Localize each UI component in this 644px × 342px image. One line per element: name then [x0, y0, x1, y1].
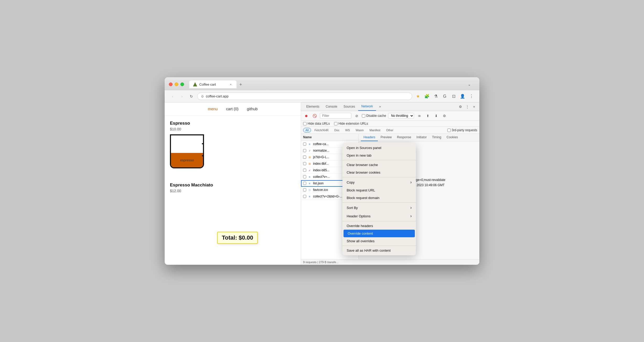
reload-button[interactable]: ↻	[188, 93, 195, 100]
product-price-2: $12.00	[170, 189, 296, 193]
devtools-settings-icon[interactable]: ⚙	[457, 103, 464, 110]
network-toolbar: ⏺ 🚫 ⊘ Disable cache No throttling ≋ ⬆ ⬇ …	[301, 111, 479, 121]
doc-icon: ≡	[308, 142, 312, 146]
menu-item-open-sources[interactable]: Open in Sources panel	[342, 144, 416, 152]
menu-nav-link[interactable]: menu	[208, 107, 218, 111]
cart-nav-link[interactable]: cart (0)	[226, 107, 239, 111]
menu-item-block-domain[interactable]: Block request domain	[342, 194, 416, 202]
github-nav-link[interactable]: github	[247, 107, 258, 111]
filter-ws[interactable]: WS	[343, 128, 352, 133]
filter-wasm[interactable]: Wasm	[353, 128, 366, 133]
tab-favicon	[193, 82, 197, 86]
disable-cache-label: Disable cache	[362, 114, 386, 118]
third-party-checkbox[interactable]	[447, 129, 451, 132]
devtools-tab-bar: Elements Console Sources Network » ⚙ ⋮ ×	[301, 102, 479, 111]
file-checkbox[interactable]	[303, 162, 306, 165]
filter-input[interactable]	[320, 113, 351, 119]
devtools-main-tabs: Elements Console Sources Network »	[303, 102, 384, 111]
forward-button[interactable]: ›	[178, 93, 186, 100]
filter-manifest[interactable]: Manifest	[367, 128, 383, 133]
tab-initiator[interactable]: Initiator	[414, 134, 429, 141]
tab-console[interactable]: Console	[323, 103, 340, 111]
disable-cache-checkbox[interactable]	[362, 114, 365, 118]
file-name: js?id=G-L...	[313, 155, 329, 159]
cup-handle	[202, 143, 204, 156]
url-bar[interactable]: ⊙ coffee-cart.app	[197, 92, 412, 100]
file-checkbox[interactable]	[303, 195, 306, 198]
clear-icon[interactable]: 🚫	[312, 113, 318, 119]
site-navigation: menu cart (0) github	[165, 102, 301, 115]
file-checkbox[interactable]	[303, 169, 306, 172]
tab-response[interactable]: Response	[394, 134, 414, 141]
tab-timing[interactable]: Timing	[429, 134, 444, 141]
filter-fetch[interactable]: Fetch/XHR	[312, 128, 331, 133]
bookmark-icon[interactable]: ★	[414, 93, 422, 100]
file-checkbox[interactable]	[303, 156, 306, 159]
menu-item-clear-cache[interactable]: Clear browser cache	[342, 161, 416, 169]
tab-network[interactable]: Network	[358, 102, 376, 111]
hide-data-urls-checkbox[interactable]	[303, 122, 307, 125]
profile-icon[interactable]: 👤	[459, 93, 466, 100]
devtools-controls: ⚙ ⋮ ×	[457, 103, 477, 110]
filter-other[interactable]: Other	[384, 128, 396, 133]
tab-headers[interactable]: Headers	[361, 134, 378, 141]
menu-item-show-overrides[interactable]: Show all overrides	[342, 237, 416, 245]
extensions-icon[interactable]: 🧩	[423, 93, 431, 100]
devtools-more-icon[interactable]: ⋮	[464, 103, 470, 110]
tab-close-button[interactable]: ×	[229, 82, 233, 86]
download-icon[interactable]: ⬇	[433, 113, 439, 119]
product-price: $10.00	[170, 127, 296, 131]
devtools-close-icon[interactable]: ×	[471, 103, 477, 110]
menu-item-open-new-tab[interactable]: Open in new tab	[342, 152, 416, 159]
hide-extension-urls-label: Hide extension URLs	[334, 122, 368, 125]
tab-sources[interactable]: Sources	[340, 103, 358, 111]
record-icon[interactable]: ⏺	[303, 113, 309, 119]
labs-icon[interactable]: ⚗	[432, 93, 439, 100]
active-tab[interactable]: Coffee cart ×	[189, 80, 237, 88]
menu-item-sort-by[interactable]: Sort By	[342, 203, 416, 212]
sidebar-icon[interactable]: ⊡	[450, 93, 457, 100]
filter-all[interactable]: All	[303, 128, 311, 133]
title-bar: Coffee cart × + ⌄	[165, 77, 479, 90]
minimize-button[interactable]	[175, 82, 178, 86]
menu-item-copy[interactable]: Copy	[342, 178, 416, 186]
invert-icon[interactable]: ⊘	[353, 113, 360, 119]
file-checkbox[interactable]	[303, 188, 306, 191]
menu-item-override-content[interactable]: Override content	[344, 230, 415, 237]
file-checkbox[interactable]	[303, 175, 306, 178]
tab-preview[interactable]: Preview	[378, 134, 394, 141]
devtools-settings2-icon[interactable]: ⚙	[441, 113, 448, 119]
menu-item-override-headers[interactable]: Override headers	[342, 222, 416, 230]
tab-elements[interactable]: Elements	[303, 103, 323, 111]
google-icon[interactable]: G	[441, 93, 448, 100]
filter-doc[interactable]: Doc	[332, 128, 342, 133]
tab-cookies[interactable]: Cookies	[444, 134, 460, 141]
new-tab-button[interactable]: +	[237, 81, 244, 88]
tab-bar: Coffee cart × +	[189, 80, 463, 88]
file-checkbox[interactable]	[303, 142, 306, 146]
coffee-cup[interactable]: espresso	[170, 134, 209, 176]
menu-item-block-url[interactable]: Block request URL	[342, 186, 416, 194]
file-checkbox[interactable]	[303, 182, 306, 185]
menu-item-save-har[interactable]: Save all as HAR with content	[342, 247, 416, 254]
browser-menu-icon[interactable]: ⋮	[468, 93, 475, 100]
product-macchiato: Espresso Macchiato $12.00	[170, 183, 296, 193]
file-checkbox[interactable]	[303, 149, 306, 152]
back-button[interactable]: ‹	[169, 93, 176, 100]
tab-more[interactable]: »	[376, 103, 384, 111]
upload-icon[interactable]: ⬆	[425, 113, 431, 119]
devtools-panel: Elements Console Sources Network » ⚙ ⋮ ×…	[301, 102, 479, 265]
hide-extension-urls-checkbox[interactable]	[334, 122, 337, 125]
cup-fill-text: espresso	[180, 158, 194, 162]
throttle-select[interactable]: No throttling	[388, 113, 414, 119]
menu-item-clear-cookies[interactable]: Clear browser cookies	[342, 169, 416, 176]
site-main: Espresso $10.00 espresso Espresso Macchi…	[165, 115, 301, 201]
close-button[interactable]	[169, 82, 173, 86]
browser-body: menu cart (0) github Espresso $10.00 esp…	[165, 102, 479, 265]
window-chevron[interactable]: ⌄	[466, 81, 473, 88]
menu-item-header-options[interactable]: Header Options	[342, 212, 416, 220]
context-menu: Open in Sources panel Open in new tab Cl…	[342, 143, 416, 255]
separator	[342, 221, 416, 221]
wifi-icon[interactable]: ≋	[416, 113, 422, 119]
maximize-button[interactable]	[180, 82, 184, 86]
